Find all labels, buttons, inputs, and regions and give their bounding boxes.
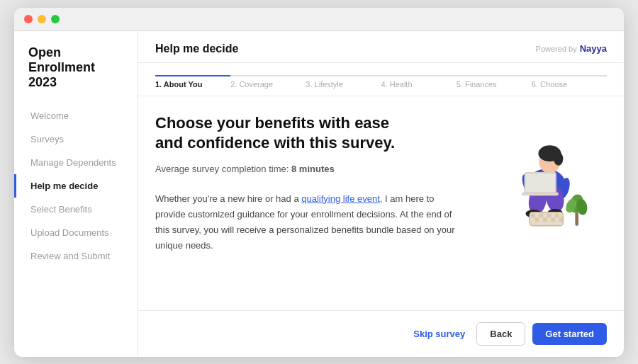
step-about-you[interactable]: 1. About You [155, 70, 230, 96]
sidebar-item-welcome[interactable]: Welcome [14, 104, 138, 127]
step-coverage[interactable]: 2. Coverage [230, 70, 306, 96]
step-line-lifestyle [306, 75, 381, 76]
powered-by: Powered by Nayya [536, 43, 607, 54]
step-label-about-you: 1. About You [155, 80, 202, 89]
step-health[interactable]: 4. Health [381, 70, 457, 96]
svg-rect-16 [539, 213, 543, 217]
minimize-dot[interactable] [38, 15, 46, 23]
powered-by-name: Nayya [580, 43, 607, 54]
svg-rect-19 [535, 217, 539, 222]
sidebar-item-manage-dependents[interactable]: Manage Dependents [14, 151, 138, 174]
sidebar-item-upload-documents[interactable]: Upload Documents [14, 221, 138, 244]
svg-rect-12 [525, 174, 555, 192]
step-lifestyle[interactable]: 3. Lifestyle [306, 70, 381, 96]
svg-rect-15 [531, 213, 535, 217]
step-finances[interactable]: 5. Finances [457, 70, 532, 96]
content-area: Choose your benefits with easeand confid… [138, 96, 624, 310]
step-label-lifestyle: 3. Lifestyle [306, 80, 343, 89]
description-part1: Whether you're a new hire or had a [155, 193, 301, 204]
sidebar-item-review-submit[interactable]: Review and Submit [14, 244, 138, 268]
svg-rect-20 [543, 217, 547, 222]
avg-time-value: 8 minutes [291, 164, 335, 174]
app-body: Open Enrollment 2023 Welcome Surveys Man… [14, 31, 624, 357]
step-line-health [381, 75, 457, 76]
step-label-coverage: 2. Coverage [230, 80, 273, 89]
sidebar-item-surveys[interactable]: Surveys [14, 127, 138, 151]
back-button[interactable]: Back [476, 322, 525, 346]
step-line-about-you [155, 75, 230, 76]
svg-point-3 [554, 152, 563, 165]
step-line-finances [457, 75, 532, 76]
get-started-button[interactable]: Get started [532, 323, 607, 345]
svg-rect-23 [575, 212, 578, 225]
svg-rect-17 [547, 213, 552, 217]
sidebar-item-help-me-decide[interactable]: Help me decide [14, 174, 138, 198]
footer: Skip survey Back Get started [138, 310, 624, 357]
skip-survey-button[interactable]: Skip survey [413, 323, 465, 345]
person-illustration [483, 113, 603, 234]
main-header: Help me decide Powered by Nayya [138, 31, 624, 63]
step-choose[interactable]: 6. Choose [532, 70, 607, 96]
sidebar: Open Enrollment 2023 Welcome Surveys Man… [14, 31, 138, 357]
avg-time-label: Average survey completion time: [155, 164, 289, 174]
svg-rect-21 [551, 217, 555, 222]
close-dot[interactable] [24, 15, 33, 23]
step-line-choose [532, 75, 607, 76]
step-label-health: 4. Health [381, 80, 413, 89]
svg-rect-22 [559, 217, 564, 222]
qualifying-life-event-link[interactable]: qualifying life event [301, 193, 380, 204]
app-title: Open Enrollment 2023 [14, 45, 138, 104]
avg-time: Average survey completion time: 8 minute… [155, 164, 465, 174]
illustration [479, 113, 607, 310]
content-heading: Choose your benefits with easeand confid… [155, 113, 465, 154]
svg-rect-18 [555, 213, 559, 217]
content-left: Choose your benefits with easeand confid… [155, 113, 465, 310]
app-window: Open Enrollment 2023 Welcome Surveys Man… [14, 8, 624, 357]
main-panel: Help me decide Powered by Nayya 1. About… [138, 31, 624, 357]
title-bar [14, 8, 624, 31]
main-header-title: Help me decide [155, 42, 238, 55]
step-label-finances: 5. Finances [457, 80, 497, 89]
description: Whether you're a new hire or had a quali… [155, 191, 465, 254]
steps-bar: 1. About You 2. Coverage 3. Lifestyle 4.… [138, 63, 624, 96]
maximize-dot[interactable] [51, 15, 60, 23]
step-label-choose: 6. Choose [532, 80, 567, 89]
powered-by-label: Powered by [536, 45, 577, 53]
step-line-coverage [230, 75, 306, 76]
sidebar-item-select-benefits[interactable]: Select Benefits [14, 198, 138, 221]
